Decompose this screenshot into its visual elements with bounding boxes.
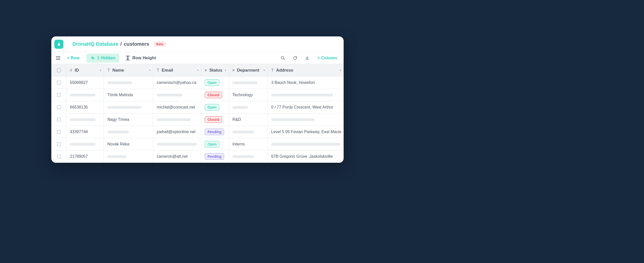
cell-department[interactable] — [229, 77, 268, 89]
cell-email[interactable]: michiel@comcast.net — [153, 101, 201, 113]
cell-email[interactable]: camenisch@yahoo.ca — [153, 77, 201, 89]
drop-icon — [57, 42, 61, 46]
column-header-department[interactable]: ▾Deparment▾ — [229, 64, 268, 76]
row-height-icon — [126, 56, 130, 60]
skeleton-placeholder — [271, 94, 333, 96]
skeleton-placeholder — [271, 143, 340, 146]
cell-name[interactable]: Török Melinda — [104, 89, 153, 101]
row-select[interactable] — [51, 101, 66, 113]
cell-status[interactable]: Closed — [201, 114, 229, 126]
cell-status[interactable]: Open — [201, 138, 229, 150]
search-button[interactable] — [279, 54, 287, 62]
app-logo[interactable] — [54, 40, 63, 49]
cell-id[interactable]: 55069827 — [66, 77, 104, 89]
cell-address[interactable] — [268, 89, 344, 101]
table-row[interactable]: Novák RékaOpenInterns — [51, 138, 344, 150]
text-type-icon: T — [271, 68, 274, 73]
add-column-button[interactable]: + Column — [315, 54, 339, 62]
cell-name[interactable] — [104, 150, 153, 163]
select-type-icon: ▾ — [232, 68, 234, 73]
checkbox-icon — [57, 105, 61, 109]
cell-department[interactable]: Technology — [229, 89, 268, 101]
cell-email[interactable] — [153, 89, 201, 101]
skeleton-placeholder — [232, 106, 248, 109]
skeleton-placeholder — [107, 131, 129, 133]
search-icon — [281, 56, 285, 60]
row-select[interactable] — [51, 126, 66, 138]
row-height-label: Row Height — [132, 56, 156, 61]
breadcrumb: DronaHQ Database / customers Beta — [66, 41, 166, 47]
column-header-address[interactable]: TAddress▾ — [268, 64, 344, 76]
cell-id[interactable] — [66, 114, 104, 126]
skeleton-placeholder — [107, 106, 141, 109]
cell-name[interactable] — [104, 77, 153, 89]
hidden-columns-button[interactable]: 1 Hidden — [86, 54, 119, 63]
column-header-email[interactable]: TEmail▾ — [153, 64, 201, 76]
header-select-all[interactable] — [51, 64, 66, 76]
cell-department[interactable] — [229, 150, 268, 163]
row-select[interactable] — [51, 89, 66, 101]
status-badge: Open — [205, 141, 219, 147]
refresh-button[interactable] — [291, 54, 299, 62]
cell-department[interactable]: R&D — [229, 114, 268, 126]
eye-off-icon — [90, 56, 95, 60]
column-header-name[interactable]: TName▾ — [104, 64, 153, 76]
cell-department[interactable] — [229, 101, 268, 113]
row-height-button[interactable]: Row Height — [124, 54, 158, 62]
table-row[interactable]: 66538135michiel@comcast.netOpen0 / 77 Pu… — [51, 101, 344, 114]
table-row[interactable]: Nagy TímeaClosedR&D — [51, 114, 344, 126]
table-row[interactable]: 55069827camenisch@yahoo.caOpen3 Bauch No… — [51, 77, 344, 89]
cell-id[interactable]: 21789057 — [66, 150, 104, 163]
cell-address[interactable]: 67B Gregorio Grove ,Jaskolskiville — [268, 150, 344, 163]
breadcrumb-separator: / — [120, 41, 122, 47]
cell-status[interactable]: Pending — [201, 150, 229, 163]
cell-status[interactable]: Pending — [201, 126, 229, 138]
cell-status[interactable]: Closed — [201, 89, 229, 101]
cell-name[interactable] — [104, 101, 153, 113]
table-row[interactable]: Török MelindaClosedTechnology — [51, 89, 344, 101]
cell-name[interactable]: Novák Réka — [104, 138, 153, 150]
breadcrumb-table[interactable]: customers — [124, 41, 149, 47]
cell-address[interactable]: 3 Bauch Nook, Howefort — [268, 77, 344, 89]
refresh-icon — [293, 56, 297, 60]
cell-address[interactable]: Level 5 05 Favian Parkway, East Macie — [268, 126, 344, 138]
chevron-down-icon: ▾ — [149, 69, 150, 72]
checkbox-icon — [57, 118, 61, 122]
skeleton-placeholder — [70, 143, 96, 146]
cell-department[interactable] — [229, 126, 268, 138]
cell-status[interactable]: Open — [201, 77, 229, 89]
row-select[interactable] — [51, 150, 66, 163]
skeleton-placeholder — [232, 155, 254, 158]
table-row[interactable]: 43397744joehall@optonline.netPendingLeve… — [51, 126, 344, 138]
cell-status[interactable]: Open — [201, 101, 229, 113]
cell-id[interactable] — [66, 138, 104, 150]
column-header-status[interactable]: ▾Status▾ — [201, 64, 229, 76]
cell-id[interactable] — [66, 89, 104, 101]
cell-address[interactable] — [268, 114, 344, 126]
toolbar: + Row 1 Hidden Row Height + Column — [51, 52, 344, 64]
cell-id[interactable]: 66538135 — [66, 101, 104, 113]
cell-address[interactable]: 0 / 77 Purdy Crescent, West Arthur — [268, 101, 344, 113]
column-label: Deparment — [237, 68, 259, 73]
download-button[interactable] — [303, 54, 311, 62]
cell-email[interactable]: joehall@optonline.net — [153, 126, 201, 138]
cell-email[interactable]: cameron@att.net — [153, 150, 201, 163]
cell-department[interactable]: Interns — [229, 138, 268, 150]
cell-id[interactable]: 43397744 — [66, 126, 104, 138]
table-row[interactable]: 21789057cameron@att.netPending67B Gregor… — [51, 150, 344, 163]
checkbox-icon — [57, 142, 61, 146]
cell-name[interactable]: Nagy Tímea — [104, 114, 153, 126]
skeleton-placeholder — [232, 81, 258, 84]
row-select[interactable] — [51, 138, 66, 150]
cell-email[interactable] — [153, 114, 201, 126]
cell-address[interactable] — [268, 138, 344, 150]
menu-button[interactable] — [56, 56, 60, 60]
cell-email[interactable] — [153, 138, 201, 150]
row-select[interactable] — [51, 114, 66, 126]
add-row-button[interactable]: + Row — [65, 54, 82, 62]
hamburger-icon — [56, 56, 60, 60]
column-header-id[interactable]: #ID▾ — [66, 64, 104, 76]
cell-name[interactable] — [104, 126, 153, 138]
row-select[interactable] — [51, 77, 66, 89]
breadcrumb-database[interactable]: DronaHQ Database — [72, 41, 118, 47]
